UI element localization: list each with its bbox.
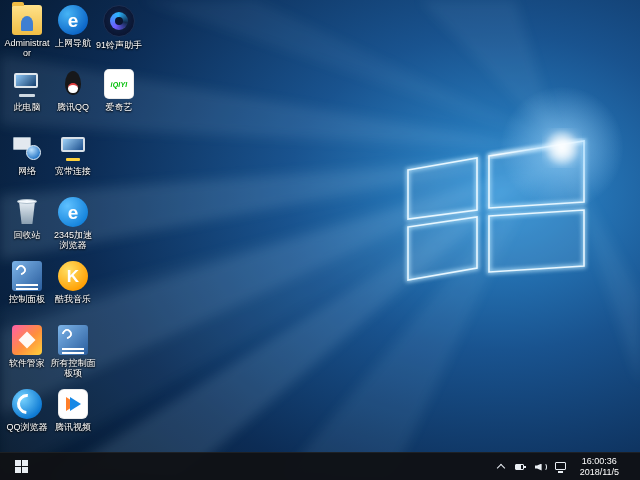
desktop-icon-label: 宽带连接 <box>55 166 91 176</box>
user-folder-icon <box>12 5 42 35</box>
chevron-up-icon[interactable] <box>495 461 507 473</box>
desktop-icon-software-manager[interactable]: 软件管家 <box>4 322 50 386</box>
control-panel-icon <box>58 325 88 355</box>
taskbar: 16:00:36 2018/11/5 <box>0 452 640 480</box>
desktop-icon-recycle-bin[interactable]: 回收站 <box>4 194 50 258</box>
desktop-icon-label: 软件管家 <box>9 358 45 368</box>
desktop-icon-label: 2345加速浏览器 <box>50 230 96 250</box>
network-icon <box>12 133 42 163</box>
desktop-icon-tencent-qq[interactable]: 腾讯QQ <box>50 66 96 130</box>
windows-logo-icon <box>15 460 28 473</box>
qq-icon <box>58 69 88 99</box>
iqiyi-icon <box>104 69 134 99</box>
recycle-bin-icon <box>12 197 42 227</box>
start-button[interactable] <box>0 453 42 480</box>
desktop-icon-label: QQ浏览器 <box>6 422 47 432</box>
qq-browser-icon <box>12 389 42 419</box>
system-tray: 16:00:36 2018/11/5 <box>495 453 640 480</box>
tencent-video-icon <box>58 389 88 419</box>
desktop-icon-label: 酷我音乐 <box>55 294 91 304</box>
desktop-icon-this-pc[interactable]: 此电脑 <box>4 66 50 130</box>
control-panel-icon <box>12 261 42 291</box>
edge-blue-icon <box>58 5 88 35</box>
broadband-icon <box>58 133 88 163</box>
desktop-icon-label: 所有控制面板项 <box>50 358 96 378</box>
desktop-icon-control-panel[interactable]: 控制面板 <box>4 258 50 322</box>
desktop-icon-web-navigation[interactable]: 上网导航 <box>50 2 96 66</box>
software-manager-icon <box>12 325 42 355</box>
desktop-icon-tencent-video[interactable]: 腾讯视频 <box>50 386 96 450</box>
desktop-icon-label: 腾讯QQ <box>57 102 89 112</box>
taskbar-clock[interactable]: 16:00:36 2018/11/5 <box>575 456 624 477</box>
desktop-icon-label: 此电脑 <box>14 102 41 112</box>
kuwo-icon <box>58 261 88 291</box>
desktop-icon-label: 回收站 <box>14 230 41 240</box>
clock-time: 16:00:36 <box>582 456 617 467</box>
e-browser-icon <box>58 197 88 227</box>
network-tray-icon[interactable] <box>555 461 567 473</box>
desktop-icon-grid: Administrator 此电脑 网络 回收站 控制面板 软件管家 QQ浏览器… <box>4 2 142 452</box>
speaker-icon[interactable] <box>535 461 547 473</box>
computer-icon <box>12 69 42 99</box>
desktop-icon-2345-browser[interactable]: 2345加速浏览器 <box>50 194 96 258</box>
desktop-icon-label: 91铃声助手 <box>96 40 142 50</box>
desktop-icon-label: 网络 <box>18 166 36 176</box>
desktop-icon-kuwo-music[interactable]: 酷我音乐 <box>50 258 96 322</box>
desktop-icon-iqiyi[interactable]: 爱奇艺 <box>96 66 142 130</box>
desktop[interactable]: Administrator 此电脑 网络 回收站 控制面板 软件管家 QQ浏览器… <box>0 0 640 480</box>
battery-icon[interactable] <box>515 461 527 473</box>
desktop-icon-administrator[interactable]: Administrator <box>4 2 50 66</box>
desktop-icon-qq-browser[interactable]: QQ浏览器 <box>4 386 50 450</box>
clock-date: 2018/11/5 <box>580 467 619 478</box>
desktop-icon-label: 上网导航 <box>55 38 91 48</box>
desktop-icon-label: 腾讯视频 <box>55 422 91 432</box>
desktop-icon-label: 爱奇艺 <box>106 102 133 112</box>
desktop-icon-broadband-connection[interactable]: 宽带连接 <box>50 130 96 194</box>
desktop-icon-network[interactable]: 网络 <box>4 130 50 194</box>
desktop-icon-label: 控制面板 <box>9 294 45 304</box>
desktop-icon-label: Administrator <box>4 38 50 58</box>
desktop-icon-91-ringtone-assistant[interactable]: 91铃声助手 <box>96 2 142 66</box>
ringtone-icon <box>103 5 135 37</box>
desktop-icon-all-control-panel-items[interactable]: 所有控制面板项 <box>50 322 96 386</box>
